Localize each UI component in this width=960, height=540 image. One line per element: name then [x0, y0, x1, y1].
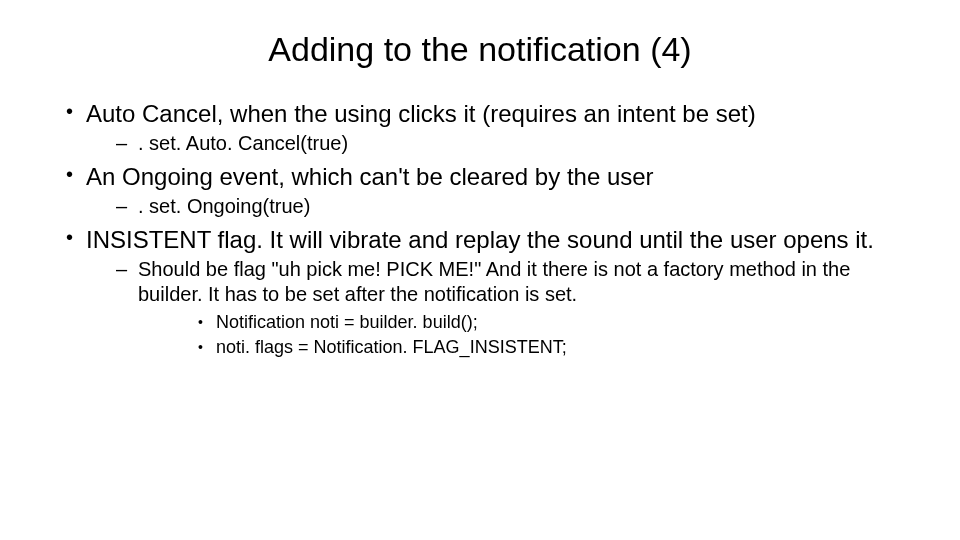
- sub-bullet-item: Should be flag "uh pick me! PICK ME!" An…: [86, 257, 900, 358]
- bullet-text: An Ongoing event, which can't be cleared…: [86, 163, 654, 190]
- sub-sub-bullet-item: Notification noti = builder. build();: [138, 311, 900, 334]
- sub-sub-bullet-text: Notification noti = builder. build();: [216, 312, 478, 332]
- sub-bullet-list: Should be flag "uh pick me! PICK ME!" An…: [86, 257, 900, 358]
- sub-bullet-text: . set. Ongoing(true): [138, 195, 310, 217]
- slide-title: Adding to the notification (4): [60, 30, 900, 69]
- bullet-text: Auto Cancel, when the using clicks it (r…: [86, 100, 756, 127]
- bullet-item: An Ongoing event, which can't be cleared…: [60, 162, 900, 219]
- sub-bullet-list: . set. Ongoing(true): [86, 194, 900, 219]
- sub-bullet-text: . set. Auto. Cancel(true): [138, 132, 348, 154]
- sub-sub-bullet-list: Notification noti = builder. build(); no…: [138, 311, 900, 358]
- bullet-item: Auto Cancel, when the using clicks it (r…: [60, 99, 900, 156]
- slide: Adding to the notification (4) Auto Canc…: [0, 0, 960, 540]
- sub-bullet-item: . set. Ongoing(true): [86, 194, 900, 219]
- bullet-list: Auto Cancel, when the using clicks it (r…: [60, 99, 900, 358]
- sub-sub-bullet-text: noti. flags = Notification. FLAG_INSISTE…: [216, 337, 567, 357]
- sub-bullet-item: . set. Auto. Cancel(true): [86, 131, 900, 156]
- bullet-text: INSISTENT flag. It will vibrate and repl…: [86, 226, 874, 253]
- sub-bullet-text: Should be flag "uh pick me! PICK ME!" An…: [138, 258, 850, 305]
- bullet-item: INSISTENT flag. It will vibrate and repl…: [60, 225, 900, 358]
- sub-sub-bullet-item: noti. flags = Notification. FLAG_INSISTE…: [138, 336, 900, 359]
- sub-bullet-list: . set. Auto. Cancel(true): [86, 131, 900, 156]
